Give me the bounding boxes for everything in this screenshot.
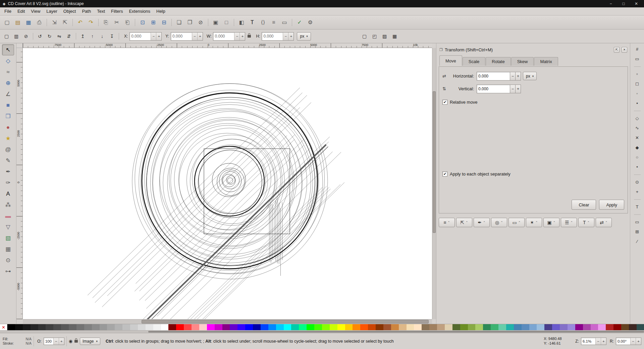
color-swatch[interactable] (460, 324, 468, 331)
enable-snapping-button[interactable]: # (633, 45, 642, 53)
color-swatch[interactable] (621, 324, 629, 331)
raise-to-top-button[interactable]: ↥ (78, 32, 87, 41)
fill-stroke-dialog-button[interactable]: ◧ (236, 17, 247, 28)
tweak-tool[interactable]: ≈ (2, 66, 14, 78)
layer-dropdown[interactable]: Image▾ (80, 338, 100, 345)
color-swatch[interactable] (529, 324, 537, 331)
float-dialog-button[interactable]: ⇱ (614, 47, 620, 53)
color-swatch[interactable] (215, 324, 222, 331)
spin-up-button[interactable]: + (636, 338, 641, 345)
color-swatch[interactable] (61, 324, 69, 331)
color-swatch[interactable] (399, 324, 407, 331)
spin-down-button[interactable]: − (234, 33, 239, 40)
document-properties-button[interactable]: ▭ (279, 17, 289, 28)
spin-up-button[interactable]: + (59, 338, 64, 345)
snap-bbox-corners-button[interactable]: ◻ (633, 80, 642, 88)
color-swatch[interactable] (575, 324, 583, 331)
menu-view[interactable]: View (28, 7, 43, 15)
color-swatch[interactable] (629, 324, 637, 331)
close-dialog-button[interactable]: ✕ (622, 47, 627, 53)
snap-text-baseline-button[interactable]: T (633, 203, 642, 211)
minimize-button[interactable]: − (608, 1, 614, 7)
menu-text[interactable]: Text (94, 7, 108, 15)
color-swatch[interactable] (483, 324, 491, 331)
color-swatch[interactable] (122, 324, 130, 331)
color-swatch[interactable] (514, 324, 522, 331)
color-swatch[interactable] (130, 324, 138, 331)
color-swatch[interactable] (100, 324, 107, 331)
star-tool[interactable]: ★ (2, 133, 14, 144)
menu-edit[interactable]: Edit (14, 7, 28, 15)
color-swatch[interactable] (245, 324, 253, 331)
color-swatch[interactable] (552, 324, 560, 331)
select-all-layers-button[interactable]: ▥ (12, 32, 21, 41)
preferences-button[interactable]: ⚙ (305, 17, 315, 28)
color-swatch[interactable] (261, 324, 268, 331)
align-dialog-button[interactable]: ≡⌃ (439, 218, 455, 227)
fill-stroke-dialog-button[interactable]: ✒⌃ (474, 218, 490, 227)
y-input[interactable] (171, 34, 192, 39)
snap-path-intersections-button[interactable]: ✕ (633, 134, 642, 142)
new-document-button[interactable]: ▢ (2, 17, 12, 28)
flip-horizontal-button[interactable]: ⇋ (55, 32, 64, 41)
eraser-tool[interactable]: ▬ (2, 210, 14, 221)
color-swatch[interactable] (452, 324, 460, 331)
spin-up-button[interactable]: + (197, 33, 203, 40)
measure-tool[interactable]: ∠ (2, 89, 14, 100)
pen-tool[interactable]: ✒ (2, 166, 14, 177)
vertical-scrollbar[interactable] (432, 48, 436, 319)
find-dialog-button[interactable]: ◎⌃ (491, 218, 507, 227)
color-swatch[interactable] (491, 324, 498, 331)
no-color-swatch[interactable]: ✕ (0, 324, 7, 331)
box3d-tool[interactable]: ❒ (2, 111, 14, 122)
color-swatch[interactable] (345, 324, 353, 331)
color-swatch[interactable] (591, 324, 598, 331)
vertical-input[interactable] (477, 87, 510, 91)
duplicate-button[interactable]: ❏ (174, 17, 184, 28)
spin-down-button[interactable]: − (510, 85, 516, 93)
object-properties-dialog-button[interactable]: ▣⌃ (543, 218, 559, 227)
cut-button[interactable]: ✂ (112, 17, 122, 28)
color-swatch[interactable] (475, 324, 483, 331)
redo-button[interactable]: ↷ (86, 17, 96, 28)
bucket-tool[interactable]: ▽ (2, 221, 14, 233)
color-swatch[interactable] (222, 324, 230, 331)
menu-filters[interactable]: Filters (108, 7, 126, 15)
paste-button[interactable]: ⎗ (122, 17, 132, 28)
open-document-button[interactable]: ▤ (13, 17, 23, 28)
raise-button[interactable]: ↑ (88, 32, 97, 41)
spin-down-button[interactable]: − (510, 72, 516, 81)
export-button[interactable]: ⇱ (60, 17, 70, 28)
zoom-input[interactable] (581, 339, 595, 343)
text-dialog-button[interactable]: T (247, 17, 257, 28)
snap-bbox-centers-button[interactable]: ▪ (633, 99, 642, 107)
spin-up-button[interactable]: + (515, 72, 521, 81)
group-button[interactable]: ▣ (211, 17, 221, 28)
color-swatch[interactable] (568, 324, 575, 331)
node-tool[interactable]: ◇ (2, 55, 14, 66)
zoom-page-button[interactable]: ⊟ (159, 17, 169, 28)
color-swatch[interactable] (276, 324, 284, 331)
spin-down-button[interactable]: − (192, 33, 197, 40)
color-swatch[interactable] (637, 324, 644, 331)
color-swatch[interactable] (92, 324, 100, 331)
menu-extensions[interactable]: Extensions (126, 7, 153, 15)
horizontal-scrollbar[interactable] (23, 319, 432, 324)
color-swatch[interactable] (31, 324, 38, 331)
spin-down-button[interactable]: − (283, 33, 288, 40)
dialog-units-dropdown[interactable]: px▾ (523, 72, 537, 80)
spin-up-button[interactable]: + (515, 85, 521, 93)
color-swatch[interactable] (422, 324, 429, 331)
move-gradient-toggle[interactable]: ▨ (380, 32, 389, 41)
create-clone-button[interactable]: ❐ (185, 17, 195, 28)
snap-smooth-nodes-button[interactable]: ○ (633, 153, 642, 161)
color-swatch[interactable] (192, 324, 199, 331)
scrollbar-thumb[interactable] (433, 91, 436, 233)
color-swatch[interactable] (506, 324, 514, 331)
snap-line-midpoints-button[interactable]: • (633, 163, 642, 171)
color-swatch[interactable] (383, 324, 391, 331)
snap-bbox-edges-button[interactable]: ▫ (633, 70, 642, 78)
x-input[interactable] (130, 34, 151, 39)
layer-visibility-icon[interactable]: ◉ (69, 339, 72, 343)
snap-bbox-edge-midpoints-button[interactable]: ◦ (633, 89, 642, 98)
